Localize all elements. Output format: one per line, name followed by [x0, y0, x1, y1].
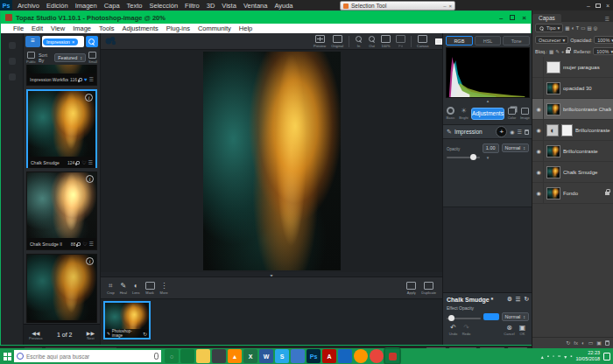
- menu-plugins[interactable]: Plug-ins: [166, 24, 190, 32]
- mask-button[interactable]: Mask: [145, 282, 155, 295]
- visibility-toggle[interactable]: ◉: [534, 99, 544, 119]
- tool-cursor-icon[interactable]: [105, 35, 116, 46]
- visibility-toggle[interactable]: ◉: [534, 183, 544, 203]
- taskbar-clock[interactable]: 22:23 10/05/2018: [575, 350, 600, 361]
- effect-opacity-value-pill[interactable]: [483, 313, 499, 320]
- effect-card[interactable]: i Chalk Smudge III: [26, 254, 97, 323]
- taskbar-icon-excel[interactable]: X: [243, 349, 257, 363]
- restore-icon[interactable]: [595, 4, 601, 8]
- fit-button[interactable]: Fit: [396, 35, 405, 48]
- blend-mode-dropdown[interactable]: Normal ↕: [502, 144, 529, 152]
- search-filter-chip[interactable]: Impression ×: [43, 38, 78, 46]
- menu-filtro[interactable]: Filtro: [185, 2, 200, 10]
- taskbar-icon-app[interactable]: [212, 349, 226, 363]
- adjustments-button[interactable]: Adjustments: [471, 108, 504, 120]
- menu-texto[interactable]: Texto: [127, 2, 143, 10]
- effect-card[interactable]: Impression Workflow 116 ♥ ☰: [26, 65, 97, 86]
- history-icon[interactable]: ↻: [143, 331, 147, 337]
- opacity-slider[interactable]: [447, 157, 480, 158]
- visibility-toggle[interactable]: [534, 57, 544, 77]
- previous-page-button[interactable]: ◀◀ Previous: [29, 330, 43, 340]
- color-button[interactable]: Color: [506, 108, 518, 120]
- trash-icon[interactable]: [525, 130, 529, 135]
- info-icon[interactable]: i: [86, 175, 94, 183]
- reset-icon[interactable]: ↻: [525, 296, 529, 303]
- minimize-icon[interactable]: –: [587, 3, 590, 9]
- thumbs-up-icon[interactable]: [79, 78, 82, 81]
- minimize-icon[interactable]: –: [499, 14, 503, 22]
- thumbs-up-icon[interactable]: [76, 161, 80, 164]
- taskbar-icon-topaz-active[interactable]: [385, 349, 399, 363]
- delete-layer-icon[interactable]: [605, 340, 609, 346]
- layer-thumbnail[interactable]: [546, 166, 560, 178]
- selection-tool-window[interactable]: Selection Tool – ×: [340, 1, 455, 10]
- filter-pixel-icon[interactable]: ▦: [565, 25, 569, 31]
- taskbar-icon-acrobat[interactable]: A: [322, 349, 336, 363]
- taskbar-search[interactable]: [14, 350, 161, 362]
- filter-type-dropdown[interactable]: Tipo ▾: [535, 24, 563, 32]
- add-mask-icon[interactable]: ◐: [581, 340, 585, 346]
- tray-network-icon[interactable]: ≈: [558, 354, 560, 359]
- card-menu-icon[interactable]: ☰: [89, 242, 94, 247]
- info-icon[interactable]: i: [85, 94, 93, 102]
- adjustment-layer-icon[interactable]: ◐: [546, 124, 559, 136]
- close-icon[interactable]: ×: [606, 3, 609, 9]
- view-single-button[interactable]: [435, 38, 442, 45]
- visibility-toggle[interactable]: ◉: [534, 162, 544, 182]
- taskbar-icon-app[interactable]: [180, 349, 194, 363]
- card-menu-icon[interactable]: ☰: [88, 160, 93, 165]
- taskbar-icon-file-explorer[interactable]: [196, 349, 210, 363]
- layer-thumbnail[interactable]: [546, 103, 560, 116]
- menu-vista[interactable]: Vista: [222, 2, 236, 10]
- layer-row-background[interactable]: ◉ Fondo: [532, 183, 613, 204]
- next-page-button[interactable]: ▶▶ Next: [87, 330, 95, 340]
- undo-button[interactable]: ↶Undo: [447, 325, 460, 336]
- zoom-100-button[interactable]: 100%: [381, 35, 391, 48]
- minimize-icon[interactable]: –: [443, 4, 446, 9]
- taskbar-icon-task-view[interactable]: ◌: [165, 349, 179, 363]
- lock-position-icon[interactable]: +: [561, 49, 564, 54]
- menu-file[interactable]: File: [13, 24, 24, 32]
- tray-icon[interactable]: ▪: [547, 354, 549, 359]
- menu-adjustments[interactable]: Adjustments: [123, 24, 159, 32]
- layer-row[interactable]: ◉ Brillo/contraste: [532, 141, 613, 162]
- heal-button[interactable]: ✎Heal: [120, 282, 127, 295]
- menu-ventana[interactable]: Ventana: [243, 2, 268, 10]
- info-icon[interactable]: i: [86, 257, 94, 265]
- settings-gear-icon[interactable]: ⚙: [507, 296, 512, 303]
- layer-row[interactable]: ◉ Chalk Smudge: [532, 162, 613, 183]
- layer-thumbnail[interactable]: [546, 145, 560, 158]
- basic-button[interactable]: Basic: [445, 107, 456, 120]
- sidebar-menu-button[interactable]: ≡: [25, 36, 40, 47]
- layer-row[interactable]: opacidad 30: [532, 78, 613, 99]
- original-button[interactable]: Original: [331, 35, 343, 48]
- canvas-button[interactable]: Canvas: [417, 35, 429, 48]
- topaz-titlebar[interactable]: Topaz Studio V1.10.1 - Photoshop-image @…: [1, 11, 531, 24]
- thumbs-up-icon[interactable]: [77, 242, 81, 246]
- more-button[interactable]: ⋮More: [160, 282, 168, 295]
- filter-adjustment-icon[interactable]: ◐: [571, 25, 574, 31]
- visibility-toggle[interactable]: ◉: [534, 120, 544, 140]
- layer-mask-thumbnail[interactable]: [561, 124, 573, 136]
- tab-tone[interactable]: Tone: [503, 36, 530, 46]
- taskbar-icon-photoshop[interactable]: Ps: [306, 349, 321, 363]
- effect-opacity-slider[interactable]: [447, 318, 481, 319]
- menu-image[interactable]: Image: [73, 24, 91, 32]
- menu-edit[interactable]: Edit: [32, 24, 43, 32]
- ok-button[interactable]: ▣OK: [516, 325, 529, 336]
- tray-chevron-icon[interactable]: ▴: [541, 354, 544, 360]
- menu-community[interactable]: Community: [198, 24, 231, 32]
- filter-type-icon[interactable]: T: [576, 25, 579, 31]
- thumbnail-size-toggle[interactable]: Small: [88, 52, 97, 64]
- taskbar-icon-app[interactable]: [338, 349, 352, 363]
- effect-search-input[interactable]: Impression ×: [42, 36, 84, 47]
- image-button[interactable]: Image: [519, 108, 531, 120]
- image-canvas[interactable]: [101, 50, 442, 272]
- filter-pin-icon[interactable]: ◎: [594, 25, 598, 31]
- bright-button[interactable]: ☀Bright: [458, 107, 469, 120]
- menu-capa[interactable]: Capa: [104, 2, 120, 10]
- public-toggle[interactable]: Public: [26, 52, 36, 64]
- layer-thumbnail[interactable]: [546, 82, 560, 94]
- preview-button[interactable]: Preview: [314, 35, 326, 48]
- visibility-toggle[interactable]: ◉: [534, 141, 544, 161]
